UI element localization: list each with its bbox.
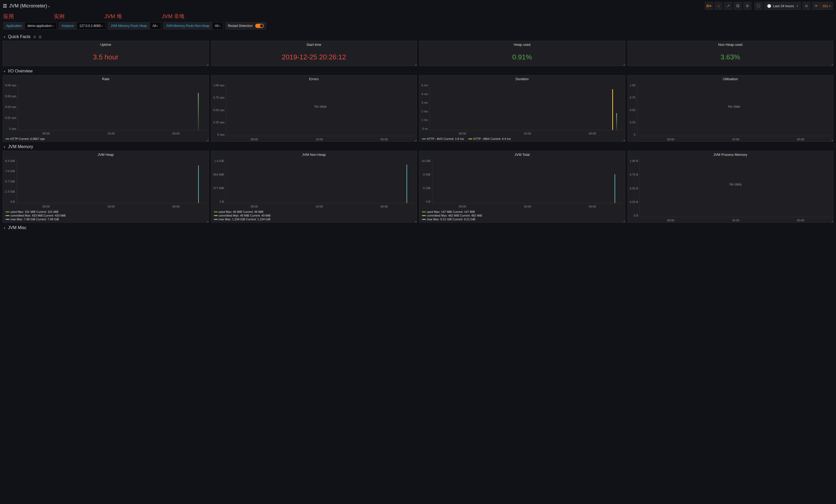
annotation-row: 应用 实例 JVM 堆 JVM 非堆 bbox=[0, 12, 836, 20]
var-nonheap[interactable]: JVM Memory Pools Non-Heap All bbox=[163, 22, 224, 30]
panel-jvm-heap[interactable]: JVM Heap 9.3 GiB7.0 GiB4.7 GiB2.3 GiB0 B… bbox=[3, 151, 209, 223]
legend: used Max: 46 MiB Current: 46 MiB committ… bbox=[211, 209, 417, 222]
y-axis: 1.00 B0.75 B0.50 B0.25 B0 B bbox=[630, 159, 640, 217]
x-axis: 08:0016:0000:00 bbox=[628, 137, 833, 141]
gear-icon[interactable]: ⚙ bbox=[33, 35, 36, 39]
resize-handle[interactable] bbox=[415, 64, 416, 65]
no-data-label: No data bbox=[226, 104, 415, 109]
topbar: JVM (Micrometer) ılı+ ☆ ↗ 🖫 ⚙ 🖵 🕘 Last 2… bbox=[0, 0, 836, 12]
add-panel-icon[interactable]: ılı+ bbox=[705, 2, 713, 10]
resize-handle[interactable] bbox=[623, 140, 625, 141]
resize-handle[interactable] bbox=[207, 64, 208, 65]
panel-heap-used-title: Heap used bbox=[419, 41, 625, 48]
panel-jvm-nonheap[interactable]: JVM Non-Heap 1.4 GiB954 MiB477 MiB0 B 08… bbox=[211, 151, 417, 223]
y-axis: 14 GiB9 GiB5 GiB0 B bbox=[421, 159, 432, 203]
x-axis: 08:0016:0000:00 bbox=[3, 131, 209, 136]
panel-start-time-value: 2019-12-25 20:26:12 bbox=[211, 48, 417, 66]
star-icon[interactable]: ☆ bbox=[715, 2, 722, 10]
panel-rate-title: Rate bbox=[3, 75, 209, 82]
x-axis: 08:0016:0000:00 bbox=[211, 204, 417, 209]
panel-duration-title: Duration bbox=[419, 75, 625, 82]
row-misc-header[interactable]: JVM Misc bbox=[0, 223, 836, 232]
resize-handle[interactable] bbox=[415, 140, 416, 141]
panel-rate[interactable]: Rate 0.08 ops0.06 ops0.04 ops0.02 ops0 o… bbox=[3, 75, 209, 142]
panel-jvm-total[interactable]: JVM Total 14 GiB9 GiB5 GiB0 B 08:0016:00… bbox=[419, 151, 625, 223]
plot-area[interactable]: No data bbox=[637, 84, 831, 136]
row-memory-title: JVM Memory bbox=[8, 144, 33, 149]
chevron-down-icon bbox=[4, 226, 5, 230]
panel-jvm-heap-title: JVM Heap bbox=[3, 151, 209, 158]
settings-icon[interactable]: ⚙ bbox=[743, 2, 751, 10]
panel-jvm-nonheap-title: JVM Non-Heap bbox=[211, 151, 417, 158]
var-application[interactable]: Application demo-application bbox=[3, 22, 57, 30]
plot-area[interactable] bbox=[17, 159, 207, 203]
dashboard-title[interactable]: JVM (Micrometer) bbox=[9, 3, 50, 9]
row-memory-header[interactable]: JVM Memory bbox=[0, 142, 836, 151]
restart-detection-label: Restart Detection bbox=[228, 24, 252, 28]
legend: HTTP - AVG Current: 1.8 ms HTTP - MAX Cu… bbox=[419, 136, 625, 142]
x-axis: 08:0016:0000:00 bbox=[628, 218, 833, 222]
panel-jvm-process[interactable]: JVM Process Memory 1.00 B0.75 B0.50 B0.2… bbox=[627, 151, 834, 223]
x-axis: 08:0016:0000:00 bbox=[419, 131, 625, 136]
panel-utilisation-title: Utilisation bbox=[628, 75, 833, 82]
resize-handle[interactable] bbox=[623, 220, 625, 222]
var-instance-value[interactable]: 127.0.0.1:8080 bbox=[76, 22, 106, 30]
refresh-interval[interactable]: 30s bbox=[820, 2, 833, 10]
x-axis: 08:0016:0000:00 bbox=[419, 204, 625, 209]
zoom-out-icon[interactable]: ⊖ bbox=[802, 2, 811, 10]
var-heap[interactable]: JVM Memory Pools Heap All bbox=[108, 22, 161, 30]
y-axis: 1.00 ops0.75 ops0.50 ops0.25 ops0 ops bbox=[213, 84, 226, 136]
template-vars: Application demo-application Instance 12… bbox=[0, 20, 836, 32]
annotation-heap: JVM 堆 bbox=[104, 13, 122, 20]
var-heap-value[interactable]: All bbox=[150, 22, 161, 30]
y-axis: 1.000.750.500.250 bbox=[630, 84, 637, 136]
resize-handle[interactable] bbox=[207, 220, 208, 222]
resize-handle[interactable] bbox=[415, 220, 416, 222]
row-io-header[interactable]: I/O Overview bbox=[0, 66, 836, 75]
plot-area[interactable]: No data bbox=[226, 84, 415, 136]
x-axis: 08:0016:0000:00 bbox=[211, 137, 417, 141]
panel-heap-used-value: 0.91% bbox=[419, 48, 625, 66]
panel-uptime[interactable]: Uptime 3.5 hour bbox=[3, 41, 209, 66]
plot-area[interactable]: No data bbox=[640, 159, 831, 217]
panel-duration[interactable]: Duration 5 ms4 ms3 ms2 ms1 ms0 ns 08:001… bbox=[419, 75, 625, 142]
panel-errors[interactable]: Errors 1.00 ops0.75 ops0.50 ops0.25 ops0… bbox=[211, 75, 417, 142]
share-icon[interactable]: ↗ bbox=[724, 2, 732, 10]
plot-area[interactable] bbox=[226, 159, 415, 203]
y-axis: 9.3 GiB7.0 GiB4.7 GiB2.3 GiB0 B bbox=[5, 159, 17, 203]
data-spike-committed bbox=[198, 201, 199, 203]
save-icon[interactable]: 🖫 bbox=[734, 2, 742, 10]
var-application-value[interactable]: demo-application bbox=[24, 22, 57, 30]
refresh-icon[interactable]: ⟳ bbox=[812, 2, 820, 10]
var-instance[interactable]: Instance 127.0.0.1:8080 bbox=[59, 22, 106, 30]
panel-nonheap-used[interactable]: Non-Heap used 3.63% bbox=[627, 41, 834, 66]
x-axis: 08:0016:0000:00 bbox=[3, 204, 209, 209]
annotation-instance: 实例 bbox=[54, 13, 64, 20]
resize-handle[interactable] bbox=[831, 140, 833, 141]
data-spike-max bbox=[406, 164, 407, 203]
panel-start-time-title: Start time bbox=[211, 41, 417, 48]
restart-detection-group: Restart Detection bbox=[225, 22, 266, 30]
legend: used Max: 101 MiB Current: 101 MiB commi… bbox=[3, 209, 209, 222]
plot-area[interactable] bbox=[432, 159, 623, 203]
row-quick-facts-header[interactable]: Quick Facts ⚙ 🗑 bbox=[0, 32, 836, 41]
clock-icon: 🕘 bbox=[767, 4, 771, 8]
data-spike-max bbox=[198, 166, 199, 203]
resize-handle[interactable] bbox=[831, 220, 833, 222]
row-quick-facts-title: Quick Facts bbox=[8, 34, 31, 39]
resize-handle[interactable] bbox=[623, 64, 625, 65]
restart-detection-toggle[interactable] bbox=[255, 24, 264, 28]
panel-start-time[interactable]: Start time 2019-12-25 20:26:12 bbox=[211, 41, 417, 66]
trash-icon[interactable]: 🗑 bbox=[38, 35, 42, 39]
resize-handle[interactable] bbox=[207, 140, 208, 141]
tv-mode-icon[interactable]: 🖵 bbox=[755, 2, 762, 10]
time-range-picker[interactable]: 🕘 Last 24 hours bbox=[764, 2, 801, 10]
resize-handle[interactable] bbox=[831, 64, 833, 65]
panel-heap-used[interactable]: Heap used 0.91% bbox=[419, 41, 625, 66]
var-nonheap-value[interactable]: All bbox=[212, 22, 224, 30]
data-spike bbox=[198, 93, 199, 130]
plot-area[interactable] bbox=[18, 84, 206, 130]
legend: used Max: 147 MiB Current: 147 MiB commi… bbox=[419, 209, 625, 222]
panel-utilisation[interactable]: Utilisation 1.000.750.500.250 No data 08… bbox=[627, 75, 834, 142]
plot-area[interactable] bbox=[430, 84, 623, 130]
